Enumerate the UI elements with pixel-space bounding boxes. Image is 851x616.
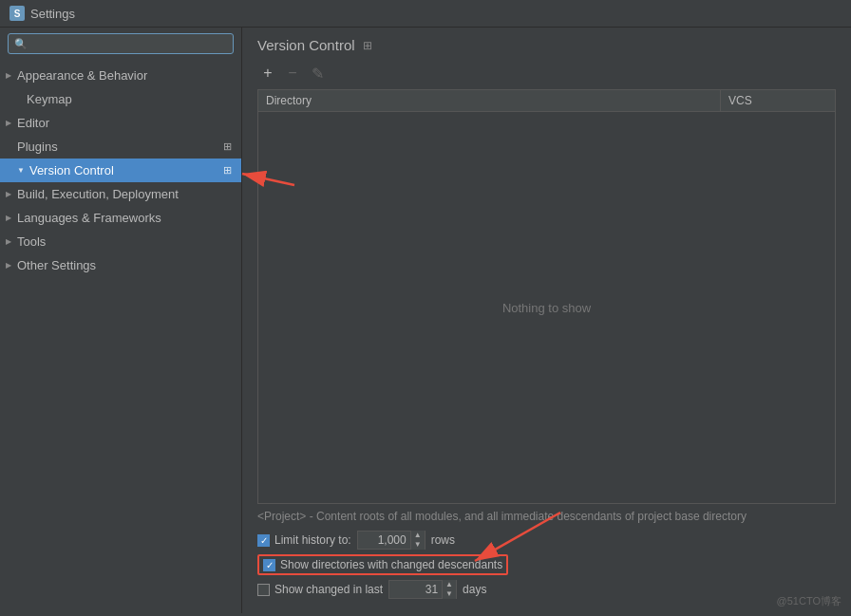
edit-button[interactable]: ✎ [307, 63, 328, 84]
app-icon: S [9, 6, 25, 21]
build-label: Build, Execution, Deployment [17, 187, 179, 201]
table-body: Nothing to show [258, 112, 835, 503]
content-title-icon: ⊞ [363, 39, 372, 52]
vcs-table: Directory VCS Nothing to show [257, 89, 836, 504]
show-changed-checkbox[interactable] [257, 584, 270, 596]
spin-up-changed[interactable]: ▲ [443, 580, 456, 589]
content-header: Version Control ⊞ [257, 37, 836, 53]
sidebar-item-other[interactable]: Other Settings [0, 253, 241, 277]
keymap-label: Keymap [27, 92, 72, 106]
sidebar-item-build[interactable]: Build, Execution, Deployment [0, 182, 241, 206]
version-control-label: Version Control [29, 163, 114, 177]
col-directory: Directory [258, 90, 721, 111]
window-title: Settings [30, 7, 75, 21]
show-changed-input-wrapper: ▲ ▼ [388, 580, 457, 599]
empty-message: Nothing to show [502, 301, 591, 315]
search-input[interactable] [31, 37, 227, 50]
plugins-label: Plugins [17, 140, 58, 154]
watermark: @51CTO博客 [777, 594, 842, 608]
limit-history-input[interactable] [358, 533, 410, 547]
table-header: Directory VCS [258, 90, 835, 112]
limit-history-row: Limit history to: ▲ ▼ rows [257, 531, 836, 550]
plugins-settings-icon: ⊞ [223, 140, 232, 153]
search-box[interactable]: 🔍 [8, 33, 234, 54]
sidebar-item-version-control[interactable]: ▼ Version Control ⊞ [0, 159, 241, 182]
limit-unit: rows [431, 533, 455, 547]
limit-history-label: Limit history to: [274, 533, 351, 547]
spin-up-limit[interactable]: ▲ [411, 531, 425, 540]
sidebar: 🔍 Appearance & Behavior Keymap Editor Pl… [0, 28, 242, 613]
spin-down-limit[interactable]: ▼ [411, 540, 425, 550]
show-directories-highlight: Show directories with changed descendant… [257, 554, 508, 575]
sidebar-item-languages[interactable]: Languages & Frameworks [0, 206, 241, 230]
bottom-section: <Project> - Content roots of all modules… [257, 510, 836, 604]
sidebar-item-plugins[interactable]: Plugins ⊞ [0, 135, 241, 159]
show-changed-input[interactable] [389, 583, 442, 596]
toolbar: + − ✎ [257, 63, 836, 84]
show-changed-row: Show changed in last ▲ ▼ days [257, 580, 836, 599]
title-bar: S Settings [0, 0, 851, 28]
search-icon: 🔍 [14, 38, 28, 50]
content-area: Version Control ⊞ + − ✎ Directory VCS No… [242, 28, 851, 613]
tools-label: Tools [17, 234, 46, 249]
spin-down-changed[interactable]: ▼ [443, 589, 456, 599]
nav-list: Appearance & Behavior Keymap Editor Plug… [0, 60, 241, 613]
sidebar-item-keymap[interactable]: Keymap [0, 87, 241, 111]
vc-arrow-icon: ▼ [17, 166, 25, 175]
page-title: Version Control [257, 37, 355, 53]
remove-button[interactable]: − [282, 63, 303, 84]
sidebar-item-editor[interactable]: Editor [0, 111, 241, 135]
other-label: Other Settings [17, 258, 96, 272]
sidebar-item-appearance[interactable]: Appearance & Behavior [0, 64, 241, 87]
show-directories-checkbox[interactable] [263, 559, 275, 571]
main-layout: 🔍 Appearance & Behavior Keymap Editor Pl… [0, 28, 851, 613]
limit-history-input-wrapper: ▲ ▼ [357, 531, 426, 550]
appearance-label: Appearance & Behavior [17, 68, 147, 83]
limit-history-checkbox[interactable] [257, 534, 270, 547]
languages-label: Languages & Frameworks [17, 211, 161, 225]
add-button[interactable]: + [257, 63, 278, 84]
show-directories-row: Show directories with changed descendant… [257, 554, 836, 575]
editor-label: Editor [17, 116, 49, 130]
changed-unit: days [463, 583, 486, 596]
col-vcs: VCS [721, 90, 835, 111]
vc-settings-icon: ⊞ [223, 164, 232, 177]
project-note: <Project> - Content roots of all modules… [257, 510, 836, 523]
show-changed-label: Show changed in last [274, 583, 383, 596]
show-directories-label: Show directories with changed descendant… [280, 558, 502, 571]
sidebar-item-tools[interactable]: Tools [0, 230, 241, 253]
